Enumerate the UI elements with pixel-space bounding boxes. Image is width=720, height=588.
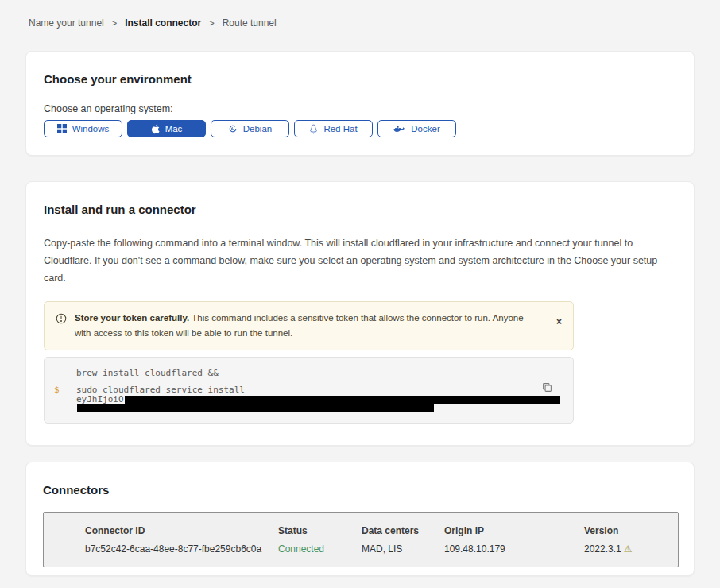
- header-version: Version: [584, 525, 678, 536]
- connectors-table: Connector ID Status Data centers Origin …: [43, 512, 679, 567]
- environment-card-title: Choose your environment: [44, 72, 676, 86]
- version-warning-icon: ⚠: [624, 544, 633, 555]
- os-button-label: Red Hat: [323, 124, 357, 133]
- breadcrumb-separator: >: [209, 18, 214, 28]
- close-icon[interactable]: ×: [556, 317, 562, 327]
- cell-connector-id: b7c52c42-6caa-48ee-8c77-fbe259cb6c0a: [85, 544, 278, 555]
- os-button-label: Debian: [243, 124, 272, 133]
- install-command-code-block: brew install cloudflared && $sudo cloudf…: [44, 357, 574, 424]
- redacted-token-bar: [77, 404, 434, 412]
- install-card-title: Install and run a connector: [44, 203, 676, 216]
- info-icon: [56, 313, 67, 327]
- os-button-label: Windows: [72, 124, 110, 133]
- breadcrumb-step-install-connector[interactable]: Install connector: [125, 17, 201, 29]
- code-line-brew: brew install cloudflared &&: [76, 369, 219, 378]
- windows-icon: [57, 124, 67, 133]
- os-button-redhat[interactable]: Red Hat: [294, 120, 373, 137]
- os-button-label: Mac: [165, 124, 183, 133]
- status-badge: Connected: [278, 544, 362, 555]
- redhat-icon: [309, 124, 318, 134]
- install-description: Copy-paste the following command into a …: [44, 235, 676, 288]
- header-status: Status: [278, 525, 362, 536]
- breadcrumb-step-route-tunnel[interactable]: Route tunnel: [223, 17, 277, 29]
- apple-icon: [151, 124, 160, 134]
- os-button-debian[interactable]: Debian: [211, 120, 289, 137]
- token-warning-banner: Store your token carefully. This command…: [44, 301, 574, 350]
- warning-text-bold: Store your token carefully.: [75, 313, 189, 323]
- install-connector-card: Install and run a connector Copy-paste t…: [25, 181, 695, 446]
- os-button-windows[interactable]: Windows: [44, 120, 122, 137]
- code-line-token: eyJhIjoiO: [76, 395, 560, 404]
- breadcrumb: Name your tunnel > Install connector > R…: [29, 17, 720, 29]
- os-button-docker[interactable]: Docker: [377, 120, 456, 137]
- connectors-card: Connectors Connector ID Status Data cent…: [25, 462, 695, 576]
- warning-text: Store your token carefully. This command…: [75, 311, 532, 341]
- connectors-table-header: Connector ID Status Data centers Origin …: [85, 525, 678, 536]
- os-button-label: Docker: [411, 124, 439, 133]
- breadcrumb-separator: >: [112, 18, 117, 28]
- debian-icon: [228, 124, 238, 133]
- redacted-token-bar: [125, 396, 560, 404]
- os-button-group: Windows Mac Debian Red Hat Docker: [44, 120, 676, 137]
- token-prefix: eyJhIjoiO: [76, 394, 124, 404]
- os-select-label: Choose an operating system:: [44, 103, 676, 114]
- header-connector-id: Connector ID: [85, 525, 278, 536]
- cell-data-centers: MAD, LIS: [362, 544, 444, 555]
- header-origin-ip: Origin IP: [444, 525, 584, 536]
- cell-origin-ip: 109.48.10.179: [444, 544, 584, 555]
- shell-prompt: $: [54, 385, 76, 395]
- header-data-centers: Data centers: [362, 525, 444, 536]
- connectors-card-title: Connectors: [43, 483, 677, 497]
- table-row: b7c52c42-6caa-48ee-8c77-fbe259cb6c0a Con…: [85, 544, 678, 555]
- copy-icon[interactable]: [542, 382, 552, 395]
- choose-environment-card: Choose your environment Choose an operat…: [25, 51, 695, 156]
- cell-version: 2022.3.1⚠: [584, 544, 678, 555]
- os-button-mac[interactable]: Mac: [127, 120, 206, 137]
- breadcrumb-step-name-your-tunnel[interactable]: Name your tunnel: [29, 17, 104, 29]
- docker-icon: [393, 125, 405, 133]
